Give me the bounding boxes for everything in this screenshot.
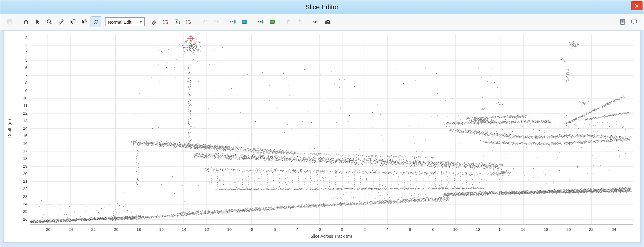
y-tick-label: 2 bbox=[16, 35, 27, 40]
y-tick-label: 25 bbox=[16, 209, 27, 214]
rect-select-icon bbox=[162, 19, 169, 25]
eraser-button[interactable] bbox=[149, 16, 159, 27]
x-tick-label: -12 bbox=[199, 227, 213, 232]
home-button[interactable] bbox=[21, 16, 31, 27]
y-tick-label: 18 bbox=[16, 156, 27, 161]
y-tick-label: 7 bbox=[16, 73, 27, 78]
prev-flag-button[interactable]: ↱ bbox=[283, 16, 294, 27]
x-tick-label: -8 bbox=[244, 227, 258, 232]
x-tick-label: 0 bbox=[335, 227, 349, 232]
next-flag-icon: ↰ bbox=[297, 18, 303, 25]
pointer-icon bbox=[34, 19, 41, 25]
mode-combobox[interactable]: Normal Edit bbox=[105, 17, 145, 26]
select-radius-button[interactable] bbox=[79, 16, 90, 27]
x-tick-label: 22 bbox=[584, 227, 599, 232]
undo-button[interactable]: ↶ bbox=[200, 16, 210, 27]
y-tick-label: 13 bbox=[16, 119, 27, 123]
pointer-box-icon bbox=[69, 19, 76, 25]
polygon-select-icon bbox=[174, 19, 180, 25]
x-tick-label: -6 bbox=[267, 227, 281, 232]
prev-flag-icon: ↱ bbox=[286, 18, 291, 25]
comment-button[interactable] bbox=[629, 16, 640, 27]
key-icon bbox=[313, 19, 319, 25]
x-tick-label: 20 bbox=[562, 227, 576, 232]
polygon-select-button[interactable] bbox=[172, 16, 183, 27]
reject-point-icon bbox=[230, 19, 236, 25]
accept-selection-icon bbox=[269, 19, 276, 25]
reject-selection-icon bbox=[241, 19, 248, 25]
x-tick-label: 10 bbox=[448, 227, 463, 232]
rect-select-button[interactable] bbox=[160, 16, 171, 27]
redo-button[interactable]: ↷ bbox=[211, 16, 222, 27]
reject-selection-button[interactable] bbox=[239, 16, 250, 27]
x-tick-label: 4 bbox=[380, 227, 394, 232]
y-tick-label: 22 bbox=[16, 187, 27, 191]
filter-key-button[interactable] bbox=[311, 16, 322, 27]
plot-panel: 2345678910111213141516171819202122232425… bbox=[3, 31, 641, 243]
x-tick-label: -26 bbox=[40, 227, 55, 232]
x-tick-label: 8 bbox=[426, 227, 440, 232]
x-tick-label: -14 bbox=[176, 227, 191, 232]
x-tick-label: -18 bbox=[131, 227, 145, 232]
measure-button[interactable] bbox=[56, 16, 66, 27]
chevron-down-icon bbox=[139, 21, 142, 23]
y-tick-label: 16 bbox=[16, 141, 27, 146]
combobox-dropdown-button[interactable] bbox=[137, 18, 144, 26]
pointer-circle-icon bbox=[81, 19, 88, 25]
zoom-icon bbox=[46, 19, 53, 25]
close-icon: × bbox=[634, 2, 640, 9]
save-button[interactable] bbox=[4, 16, 15, 27]
y-tick-label: 10 bbox=[16, 96, 27, 100]
undo-icon: ↶ bbox=[202, 18, 208, 25]
y-tick-label: 24 bbox=[16, 202, 27, 206]
camera-icon bbox=[325, 19, 331, 25]
x-tick-label: -24 bbox=[63, 227, 77, 232]
y-tick-label: 11 bbox=[16, 103, 27, 108]
next-flag-button[interactable]: ↰ bbox=[295, 16, 305, 27]
x-tick-label: -20 bbox=[108, 227, 123, 232]
y-tick-label: 15 bbox=[16, 134, 27, 138]
y-tick-label: 19 bbox=[16, 164, 27, 169]
y-tick-label: 14 bbox=[16, 126, 27, 131]
select-point-button[interactable] bbox=[67, 16, 78, 27]
y-tick-label: 9 bbox=[16, 88, 27, 93]
y-tick-label: 8 bbox=[16, 81, 27, 85]
window-title: Slice Editor bbox=[0, 0, 644, 14]
y-tick-label: 6 bbox=[16, 66, 27, 70]
x-tick-label: -10 bbox=[221, 227, 236, 232]
home-icon bbox=[23, 19, 29, 25]
accept-point-icon bbox=[257, 19, 264, 25]
slice-editor-window: Slice Editor × bbox=[0, 0, 644, 247]
mode-combobox-value: Normal Edit bbox=[105, 19, 137, 25]
slice-plot-canvas[interactable] bbox=[4, 31, 640, 242]
x-tick-label: -22 bbox=[85, 227, 100, 232]
snapshot-button[interactable] bbox=[322, 16, 333, 27]
edit-selection-icon bbox=[186, 19, 192, 25]
edit-selection-button[interactable] bbox=[183, 16, 194, 27]
y-tick-label: 23 bbox=[16, 194, 27, 199]
y-tick-label: 4 bbox=[16, 50, 27, 55]
report-button[interactable] bbox=[617, 16, 628, 27]
accept-selection-button[interactable] bbox=[267, 16, 278, 27]
y-tick-label: 17 bbox=[16, 149, 27, 153]
comment-icon bbox=[631, 19, 637, 25]
x-tick-label: 6 bbox=[403, 227, 417, 232]
reject-point-button[interactable] bbox=[227, 16, 238, 27]
titlebar: Slice Editor × bbox=[0, 0, 644, 14]
x-tick-label: 18 bbox=[539, 227, 553, 232]
pointer-button[interactable] bbox=[32, 16, 43, 27]
close-button[interactable]: × bbox=[631, 1, 643, 10]
zoom-button[interactable] bbox=[44, 16, 55, 27]
x-tick-label: 2 bbox=[357, 227, 372, 232]
x-tick-label: 16 bbox=[516, 227, 530, 232]
toolbar: Normal Edit bbox=[0, 14, 644, 30]
y-tick-label: 3 bbox=[16, 43, 27, 47]
x-axis-label: Slice Across Track (m) bbox=[284, 234, 379, 239]
report-icon bbox=[619, 19, 626, 25]
x-tick-label: 14 bbox=[493, 227, 508, 232]
accept-point-button[interactable] bbox=[255, 16, 266, 27]
save-icon bbox=[7, 19, 13, 25]
y-tick-label: 12 bbox=[16, 111, 27, 116]
y-tick-label: 5 bbox=[16, 58, 27, 63]
edit-radius-toggle[interactable] bbox=[91, 16, 101, 27]
